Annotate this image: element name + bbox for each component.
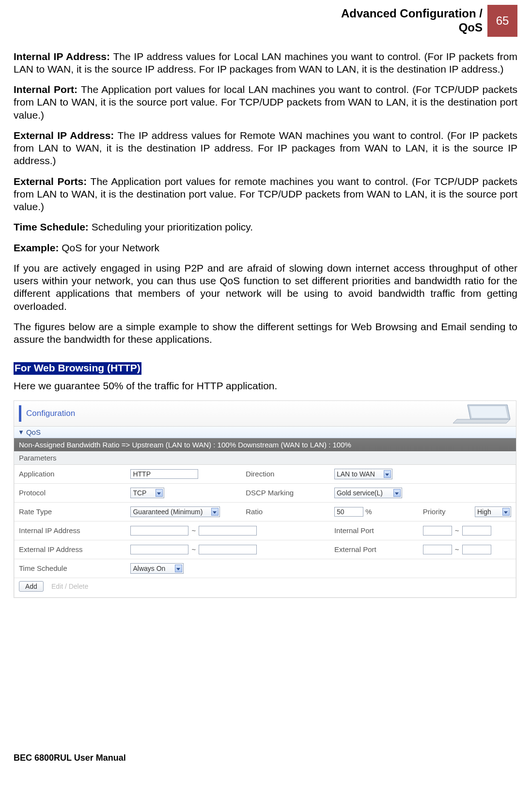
internal-ip-from-input[interactable]: [130, 526, 188, 536]
def-example: Example: QoS for your Network: [14, 242, 517, 254]
def-external-ip: External IP Address: The IP address valu…: [14, 129, 517, 168]
def-internal-port: Internal Port: The Application port valu…: [14, 83, 517, 122]
label-priority: Priority: [418, 502, 470, 521]
percent-sign: %: [365, 507, 372, 516]
label-application: Application: [14, 465, 125, 484]
rate-type-select[interactable]: Guaranteed (Minimum): [130, 506, 220, 517]
button-row: Add Edit / Delete: [14, 578, 516, 598]
range-separator: ~: [452, 526, 462, 535]
internal-port-from-input[interactable]: [423, 526, 452, 536]
qos-section-header[interactable]: ▼ QoS: [14, 427, 516, 438]
label-external-ip: External IP Address: [14, 540, 125, 559]
label-internal-port: Internal Port: [329, 521, 418, 540]
topbar-accent: [19, 405, 21, 422]
qos-label: QoS: [26, 428, 41, 436]
label-direction: Direction: [241, 465, 329, 484]
protocol-select[interactable]: TCP: [130, 488, 164, 498]
def-internal-ip: Internal IP Address: The IP address valu…: [14, 50, 517, 76]
header-title-line1: Advanced Configuration /: [341, 7, 483, 20]
label-ratio: Ratio: [241, 502, 329, 521]
range-separator: ~: [188, 545, 199, 553]
footer-text: BEC 6800RUL User Manual: [14, 753, 517, 763]
priority-select[interactable]: High: [475, 506, 511, 517]
section-badge-http: For Web Browsing (HTTP): [14, 362, 141, 375]
parameters-label: Parameters: [14, 451, 516, 465]
internal-ip-to-input[interactable]: [199, 526, 257, 536]
svg-marker-2: [453, 419, 510, 423]
edit-delete-link[interactable]: Edit / Delete: [51, 582, 88, 590]
label-time-schedule: Time Schedule: [14, 559, 125, 578]
label-external-port: External Port: [329, 540, 418, 559]
config-topbar: Configuration: [14, 401, 516, 427]
page-number-badge: 65: [487, 5, 517, 37]
dscp-select[interactable]: Gold service(L): [334, 488, 402, 498]
header-title: Advanced Configuration / QoS: [341, 5, 487, 37]
time-schedule-select[interactable]: Always On: [130, 563, 184, 574]
external-ip-to-input[interactable]: [199, 545, 257, 554]
application-input[interactable]: [130, 469, 198, 479]
laptop-icon: [453, 402, 511, 424]
direction-select[interactable]: LAN to WAN: [334, 469, 392, 479]
paragraph-figures: The figures below are a simple example t…: [14, 321, 517, 346]
label-rate-type: Rate Type: [14, 502, 125, 521]
topbar-title: Configuration: [26, 409, 75, 418]
label-protocol: Protocol: [14, 483, 125, 502]
ratio-input[interactable]: [334, 507, 363, 517]
chevron-down-icon: ▼: [18, 429, 24, 436]
header-title-line2: QoS: [459, 21, 483, 34]
add-button[interactable]: Add: [19, 581, 44, 592]
paragraph-p2p: If you are actively engaged in using P2P…: [14, 262, 517, 313]
config-panel: Configuration ▼ QoS Non-Assigned Bandwid…: [14, 400, 516, 598]
range-separator: ~: [188, 526, 199, 535]
page-header: Advanced Configuration / QoS 65: [14, 5, 517, 37]
range-separator: ~: [452, 545, 462, 553]
external-ip-from-input[interactable]: [130, 545, 188, 554]
bandwidth-row: Non-Assigned Bandwidth Ratio => Upstream…: [14, 438, 516, 451]
qos-form-table: Application Direction LAN to WAN Protoco…: [14, 465, 516, 578]
external-port-from-input[interactable]: [423, 545, 452, 554]
internal-port-to-input[interactable]: [462, 526, 491, 536]
def-external-ports: External Ports: The Application port val…: [14, 175, 517, 214]
label-dscp: DSCP Marking: [241, 483, 329, 502]
def-time-schedule: Time Schedule: Scheduling your prioritiz…: [14, 221, 517, 233]
body-text: Internal IP Address: The IP address valu…: [14, 50, 517, 393]
external-port-to-input[interactable]: [462, 545, 491, 554]
section-intro: Here we guarantee 50% of the traffic for…: [14, 380, 517, 392]
label-internal-ip: Internal IP Address: [14, 521, 125, 540]
svg-marker-1: [469, 406, 508, 418]
